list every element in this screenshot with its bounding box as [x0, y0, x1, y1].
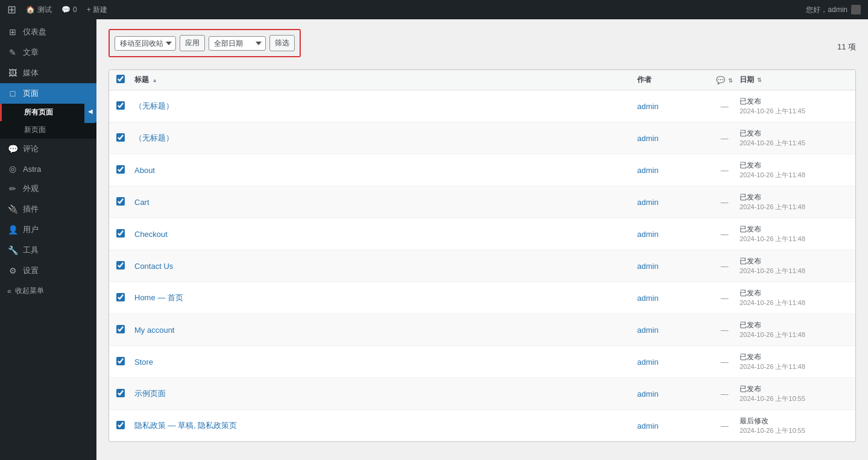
plugins-icon: 🔌 — [7, 204, 18, 214]
row-date: 已发布 2024-10-26 上午11:48 — [740, 288, 848, 307]
row-author: admin — [637, 326, 709, 335]
page-title-link[interactable]: About — [134, 166, 155, 175]
page-title-link[interactable]: Contact Us — [134, 262, 173, 271]
row-checkbox[interactable] — [116, 389, 125, 397]
row-title: 隐私政策 — 草稿, 隐私政策页 — [134, 420, 637, 431]
author-link[interactable]: admin — [637, 294, 658, 303]
row-title: About — [134, 166, 637, 175]
sidebar-item-media[interactable]: 🖼 媒体 — [0, 63, 96, 83]
comments-sort-icon: ⇅ — [728, 78, 733, 84]
date-value: 2024-10-26 上午11:45 — [740, 107, 848, 116]
header-date[interactable]: 日期 ⇅ — [740, 75, 848, 85]
row-checkbox[interactable] — [116, 229, 125, 238]
row-checkbox[interactable] — [116, 197, 125, 206]
sidebar-item-tools[interactable]: 🔧 工具 — [0, 240, 96, 260]
row-date: 最后修改 2024-10-26 上午10:55 — [740, 416, 848, 435]
row-checkbox[interactable] — [116, 101, 125, 110]
page-title-link[interactable]: Checkout — [134, 230, 168, 239]
sidebar-item-users[interactable]: 👤 用户 — [0, 219, 96, 240]
row-date: 已发布 2024-10-26 上午11:48 — [740, 192, 848, 212]
row-checkbox[interactable] — [116, 293, 125, 301]
author-link[interactable]: admin — [637, 389, 658, 399]
date-value: 2024-10-26 上午11:48 — [740, 203, 848, 212]
sidebar-item-settings[interactable]: ⚙ 设置 — [0, 260, 96, 281]
author-link[interactable]: admin — [637, 358, 658, 367]
row-checkbox[interactable] — [116, 421, 125, 429]
new-content-button[interactable]: + 新建 — [87, 5, 107, 15]
item-count: 11 项 — [837, 42, 856, 52]
row-date: 已发布 2024-10-26 上午11:48 — [740, 352, 848, 371]
page-title-link[interactable]: Home — 首页 — [134, 293, 183, 302]
sidebar-sub-item-all-pages[interactable]: 所有页面 — [0, 104, 96, 121]
row-title: （无标题） — [134, 133, 637, 143]
page-title-link[interactable]: Cart — [134, 198, 149, 207]
row-checkbox-col — [116, 293, 134, 303]
page-title-link[interactable]: （无标题） — [134, 133, 174, 142]
row-checkbox[interactable] — [116, 133, 125, 142]
row-title: Store — [134, 358, 637, 367]
topbar: ⊞ 🏠 测试 💬 0 + 新建 您好，admin — [0, 0, 868, 19]
table-header: 标题 ▲ 作者 💬 ⇅ 日期 ⇅ — [109, 70, 855, 90]
apply-button[interactable]: 应用 — [180, 35, 205, 51]
sidebar-item-plugins[interactable]: 🔌 插件 — [0, 199, 96, 219]
author-link[interactable]: admin — [637, 198, 658, 207]
header-title[interactable]: 标题 ▲ — [134, 75, 637, 85]
page-title-link[interactable]: 隐私政策 — 草稿, 隐私政策页 — [134, 421, 237, 430]
table-row: My account admin — 已发布 2024-10-26 上午11:4… — [109, 314, 855, 346]
row-title: Home — 首页 — [134, 292, 637, 303]
date-sort-icon: ⇅ — [757, 77, 762, 83]
date-status: 已发布 — [740, 192, 848, 203]
author-link[interactable]: admin — [637, 421, 658, 430]
site-name[interactable]: 🏠 测试 — [26, 5, 52, 15]
row-checkbox[interactable] — [116, 357, 125, 365]
date-status: 已发布 — [740, 160, 848, 171]
row-checkbox[interactable] — [116, 165, 125, 174]
sidebar-item-posts[interactable]: ✎ 文章 — [0, 42, 96, 63]
author-link[interactable]: admin — [637, 134, 658, 143]
astra-icon: ◎ — [7, 164, 18, 174]
row-checkbox-col — [116, 197, 134, 207]
page-title-link[interactable]: Store — [134, 358, 153, 367]
row-date: 已发布 2024-10-26 上午11:48 — [740, 320, 848, 339]
row-comments: — — [709, 389, 740, 399]
date-status: 已发布 — [740, 288, 848, 298]
sidebar-item-astra[interactable]: ◎ Astra — [0, 159, 96, 178]
collapse-menu-button[interactable]: « 收起菜单 — [0, 281, 96, 301]
author-link[interactable]: admin — [637, 102, 658, 111]
author-link[interactable]: admin — [637, 262, 658, 271]
row-checkbox[interactable] — [116, 261, 125, 269]
table-body: （无标题） admin — 已发布 2024-10-26 上午11:45 （无标… — [109, 90, 855, 441]
date-filter-select[interactable]: 全部日期 2024年10月 — [209, 36, 266, 51]
comments-link[interactable]: 💬 0 — [61, 5, 77, 14]
date-status: 已发布 — [740, 128, 848, 139]
date-status: 已发布 — [740, 320, 848, 330]
row-checkbox-col — [116, 229, 134, 239]
sidebar-item-comments[interactable]: 💬 评论 — [0, 139, 96, 159]
bulk-action-toolbar: 移动至回收站 应用 全部日期 2024年10月 筛选 — [108, 29, 301, 57]
filter-button[interactable]: 筛选 — [269, 35, 295, 51]
page-title-link[interactable]: （无标题） — [134, 101, 174, 110]
page-title-link[interactable]: My account — [134, 326, 174, 335]
author-link[interactable]: admin — [637, 166, 658, 175]
row-checkbox[interactable] — [116, 325, 125, 333]
author-link[interactable]: admin — [637, 326, 658, 335]
sidebar-collapse-arrow: ◀ — [84, 99, 96, 123]
row-title: Cart — [134, 198, 637, 207]
row-comments: — — [709, 230, 740, 239]
pages-table: 标题 ▲ 作者 💬 ⇅ 日期 ⇅ （无标题） — [108, 69, 856, 442]
sidebar-item-dashboard[interactable]: ⊞ 仪表盘 — [0, 22, 96, 42]
sidebar-sub-item-new-page[interactable]: 新页面 — [0, 121, 96, 139]
layout: ⊞ 仪表盘 ✎ 文章 🖼 媒体 □ 页面 ◀ 所有页面 新页面 — [0, 19, 868, 460]
avatar[interactable] — [851, 5, 861, 14]
bulk-action-select[interactable]: 移动至回收站 — [115, 36, 176, 51]
header-comments[interactable]: 💬 ⇅ — [709, 76, 740, 84]
page-title-link[interactable]: 示例页面 — [134, 389, 166, 398]
sidebar-item-appearance[interactable]: ✏ 外观 — [0, 178, 96, 199]
sidebar-pages-section: □ 页面 ◀ 所有页面 新页面 — [0, 83, 96, 139]
author-link[interactable]: admin — [637, 230, 658, 239]
title-sort-icon: ▲ — [152, 77, 157, 83]
row-date: 已发布 2024-10-26 上午11:45 — [740, 128, 848, 148]
select-all-checkbox[interactable] — [116, 75, 125, 83]
row-title: （无标题） — [134, 101, 637, 112]
sidebar-item-pages[interactable]: □ 页面 ◀ — [0, 83, 96, 104]
